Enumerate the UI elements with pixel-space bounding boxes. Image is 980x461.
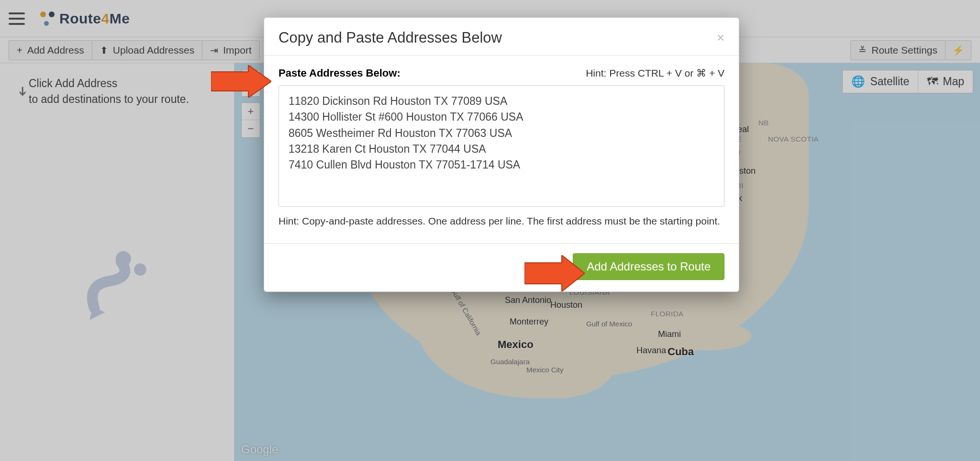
paste-hint-bottom: Hint: Copy-and-paste addresses. One addr… [278,209,724,238]
svg-marker-5 [524,255,585,292]
add-addresses-label: Add Addresses to Route [587,260,711,273]
svg-marker-4 [211,65,271,98]
paste-addresses-modal: Copy and Paste Addresses Below × Paste A… [264,17,739,292]
close-icon: × [717,30,724,45]
paste-label: Paste Addresses Below: [278,67,401,79]
addresses-textarea[interactable] [278,85,724,207]
add-addresses-button[interactable]: Add Addresses to Route [573,253,724,280]
annotation-arrow-2 [524,255,585,292]
modal-header: Copy and Paste Addresses Below × [264,18,739,56]
annotation-arrow-1 [211,65,271,98]
modal-body: Paste Addresses Below: Hint: Press CTRL … [264,56,739,243]
modal-footer: Add Addresses to Route [264,243,739,292]
modal-title: Copy and Paste Addresses Below [278,29,502,46]
modal-close-button[interactable]: × [717,30,724,45]
paste-hint-keys: Hint: Press CTRL + V or ⌘ + V [586,67,724,79]
